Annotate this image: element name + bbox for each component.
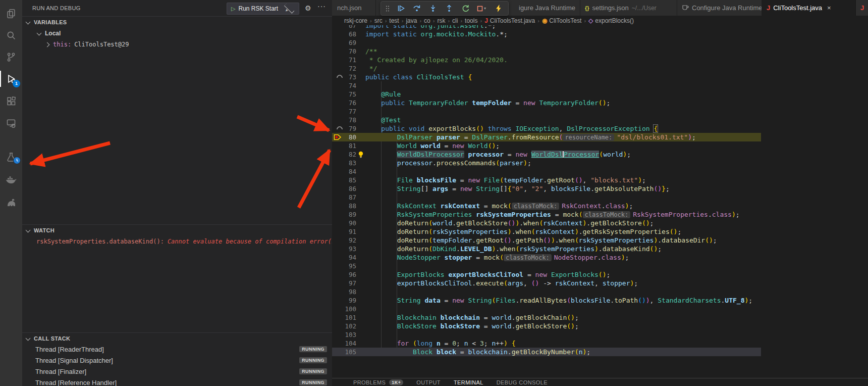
gradle-icon[interactable] <box>0 192 22 213</box>
breadcrumb-item[interactable]: ◇exportBlocks() <box>588 17 634 24</box>
code-area[interactable]: 67import static org.junit.Assert.*;68imp… <box>332 25 868 378</box>
line-number[interactable]: 75 <box>333 90 356 99</box>
line-number[interactable]: 92 <box>333 236 356 245</box>
line-number[interactable]: 99 <box>333 296 356 305</box>
line-number[interactable]: 71 <box>333 56 356 64</box>
line-number[interactable]: 78 <box>333 116 356 124</box>
continue-button[interactable] <box>394 3 407 14</box>
breadcrumb-item[interactable]: rskj-core <box>344 17 367 24</box>
line-number[interactable]: 104 <box>333 339 356 348</box>
code-line-68: 68import static org.mockito.Mockito.*; <box>332 30 761 38</box>
breadcrumb-item[interactable]: rsk <box>437 17 445 24</box>
call-stack-thread[interactable]: Thread [Reference Handler]RUNNING <box>22 377 332 386</box>
restart-button[interactable] <box>459 3 472 14</box>
line-number[interactable]: 93 <box>333 245 356 253</box>
line-number[interactable]: 88 <box>333 202 356 210</box>
breadcrumb-item[interactable]: src <box>374 17 383 24</box>
line-number[interactable]: 101 <box>333 313 356 322</box>
code-line-67: 67import static org.junit.Assert.*; <box>332 25 761 30</box>
line-number[interactable]: 72 <box>333 64 356 73</box>
line-number[interactable]: 95 <box>333 262 356 270</box>
tab-launch-json[interactable]: nch.json <box>332 0 376 16</box>
variables-scope-local[interactable]: Local <box>22 28 332 38</box>
tab-settings-json[interactable]: {} settings.json ~/.../User <box>580 0 677 16</box>
breadcrumb-item[interactable]: co <box>424 17 430 24</box>
hot-code-replace-button[interactable] <box>492 3 505 14</box>
line-number[interactable]: 69 <box>333 38 356 47</box>
thread-status-badge: RUNNING <box>299 357 327 363</box>
line-number[interactable]: 91 <box>333 227 356 236</box>
stop-options-chevron-icon[interactable]: ▾ <box>484 6 489 11</box>
breadcrumb-item[interactable]: JCliToolsTest.java <box>484 17 535 24</box>
call-stack-thread[interactable]: Thread [Finalizer]RUNNING <box>22 366 332 377</box>
panel-tab-output[interactable]: OUTPUT <box>416 378 441 386</box>
line-number[interactable]: 67 <box>333 25 356 30</box>
line-number[interactable]: 76 <box>333 99 356 107</box>
line-number[interactable]: 70 <box>333 47 356 56</box>
line-number[interactable]: 83 <box>333 159 356 167</box>
line-number[interactable]: 85 <box>333 176 356 184</box>
docker-icon[interactable] <box>0 170 22 190</box>
line-number[interactable]: 94 <box>333 253 356 262</box>
run-and-debug-icon[interactable]: 1 <box>0 69 22 89</box>
line-number[interactable]: 82 <box>333 150 356 159</box>
explorer-icon[interactable] <box>0 4 22 24</box>
gear-icon[interactable]: ⚙ <box>305 4 311 12</box>
line-number[interactable]: 102 <box>333 322 356 330</box>
breadcrumb-item[interactable]: cli <box>452 17 458 24</box>
tab-clitoolstest-java[interactable]: J CliToolsTest.java × <box>762 0 855 16</box>
line-number[interactable]: 84 <box>333 167 356 176</box>
extensions-icon[interactable] <box>0 91 22 111</box>
source-control-icon[interactable] <box>0 47 22 67</box>
remote-explorer-icon[interactable] <box>0 113 22 133</box>
call-stack-thread[interactable]: Thread [ReaderThread]RUNNING <box>22 344 332 355</box>
code-line-90: 90 doReturn(world.getBlockStore()).when(… <box>332 219 761 227</box>
line-number[interactable]: 100 <box>333 305 356 313</box>
panel-tab-debug-console[interactable]: DEBUG CONSOLE <box>497 378 548 386</box>
breadcrumb-separator: › <box>385 18 387 24</box>
search-icon[interactable] <box>0 25 22 45</box>
run-config-label: Run RSK Start <box>238 5 278 12</box>
step-out-button[interactable] <box>443 3 456 14</box>
code-line-82: 82 WorldDslProcessor processor = new Wor… <box>332 150 761 159</box>
testing-icon[interactable] <box>0 147 22 167</box>
close-icon[interactable]: × <box>827 4 831 12</box>
debug-count-badge: 1 <box>13 80 20 87</box>
breadcrumb-item[interactable]: java <box>406 17 417 24</box>
panel-tab-problems[interactable]: PROBLEMS1K+ <box>353 378 403 386</box>
line-number[interactable]: 86 <box>333 184 356 193</box>
code-line-103: 103 <box>332 330 761 339</box>
variable-row-this[interactable]: this: CliToolsTest@29 <box>22 39 332 50</box>
line-number[interactable]: 89 <box>333 210 356 219</box>
line-number[interactable]: 68 <box>333 30 356 38</box>
panel-tab-terminal[interactable]: TERMINAL <box>454 378 483 386</box>
more-actions-icon[interactable]: ··· <box>317 2 326 10</box>
stop-button[interactable] <box>475 3 485 14</box>
call-stack-section-header[interactable]: CALL STACK <box>22 332 332 344</box>
chevron-down-icon[interactable]: ▾ <box>284 3 295 14</box>
line-number[interactable]: 87 <box>333 193 356 202</box>
line-number[interactable]: 105 <box>333 348 356 356</box>
line-number[interactable]: 98 <box>333 287 356 296</box>
line-number[interactable]: 77 <box>333 107 356 116</box>
line-number[interactable]: 103 <box>333 330 356 339</box>
tab-configure-java-runtime-2[interactable]: Configure Java Runtime <box>677 0 762 16</box>
line-number[interactable]: 97 <box>333 279 356 287</box>
line-number[interactable]: 96 <box>333 270 356 279</box>
code-line-87: 87 <box>332 193 761 202</box>
drag-handle-icon[interactable] <box>384 3 391 14</box>
breadcrumb-item[interactable]: tools <box>465 17 477 24</box>
call-stack-thread[interactable]: Thread [Signal Dispatcher]RUNNING <box>22 355 332 366</box>
run-config-button[interactable]: ▷ Run RSK Start ▾ <box>227 3 299 15</box>
line-number[interactable]: 74 <box>333 81 356 90</box>
variables-section-header[interactable]: VARIABLES <box>22 16 332 28</box>
breadcrumb-item[interactable]: ◉CliToolsTest <box>542 17 582 24</box>
line-number[interactable]: 81 <box>333 141 356 150</box>
step-into-button[interactable] <box>426 3 440 14</box>
step-over-button[interactable] <box>410 3 423 14</box>
tab-partial-java[interactable]: J <box>856 0 868 16</box>
watch-expression-row[interactable]: rskSystemProperties.databaseKind(): Cann… <box>22 236 332 247</box>
watch-section-header[interactable]: WATCH <box>22 224 332 236</box>
line-number[interactable]: 90 <box>333 219 356 227</box>
breadcrumb-item[interactable]: test <box>389 17 399 24</box>
